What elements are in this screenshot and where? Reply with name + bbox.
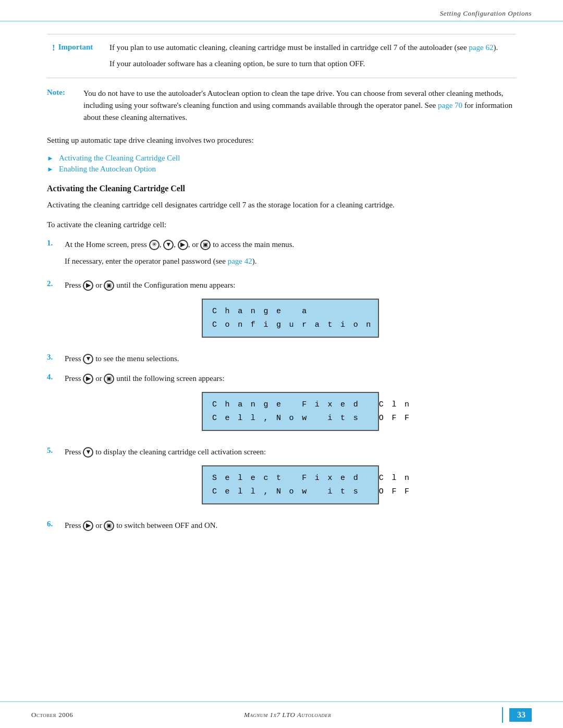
note-content: You do not have to use the autoloader's … [83, 88, 516, 124]
important-line-1: If you plan to use automatic cleaning, c… [109, 42, 516, 54]
note-label: Note: [47, 88, 83, 124]
step-1-sub: If necessary, enter the operator panel p… [65, 255, 516, 267]
icon-right-2: ▶ [83, 280, 93, 291]
footer-page-number: 33 [509, 708, 532, 722]
note-link[interactable]: page 70 [438, 101, 462, 109]
step-6: 6. Press ▶ or ▣ to switch between OFF an… [47, 519, 516, 532]
icon-enter-6: ▣ [104, 521, 114, 531]
icon-right-6: ▶ [83, 521, 93, 531]
step-5-content: Press ▼ to display the cleaning cartridg… [65, 446, 516, 512]
icon-down-5: ▼ [83, 447, 93, 458]
step-5-number: 5. [47, 446, 57, 455]
lcd-row-2-2: C e l l , N o w i t s O F F [212, 412, 369, 425]
bullet-arrow-2: ► [47, 165, 54, 174]
step-3-number: 3. [47, 352, 57, 362]
important-content: If you plan to use automatic cleaning, c… [109, 42, 516, 70]
section-desc: Activating the cleaning cartridge cell d… [47, 199, 516, 211]
important-line-2: If your autoloader software has a cleani… [109, 58, 516, 70]
bullet-list: ► Activating the Cleaning Cartridge Cell… [47, 154, 516, 174]
steps-list: 1. At the Home screen, press ✳, ▼, ▶, or… [47, 238, 516, 532]
lcd-display-2: C h a n g e F i x e d C l n C e l l , N … [202, 392, 379, 431]
lcd-display-3: S e l e c t F i x e d C l n C e l l , N … [202, 465, 379, 504]
step-6-content: Press ▶ or ▣ to switch between OFF and O… [65, 519, 516, 532]
important-box: ! Important If you plan to use automatic… [47, 34, 516, 78]
step-3-content: Press ▼ to see the menu selections. [65, 352, 516, 365]
main-content: ! Important If you plan to use automatic… [0, 21, 563, 581]
step-2: 2. Press ▶ or ▣ until the Configuration … [47, 279, 516, 345]
note-box: Note: You do not have to use the autoloa… [47, 88, 516, 124]
footer-date: October 2006 [31, 711, 73, 719]
icon-right-1: ▶ [178, 240, 188, 250]
step-3: 3. Press ▼ to see the menu selections. [47, 352, 516, 365]
icon-enter-2: ▣ [104, 280, 114, 291]
lcd-display-1: C h a n g e a C o n f i g u r a t i o n [202, 299, 379, 338]
icon-enter-4: ▣ [104, 374, 114, 384]
step-6-number: 6. [47, 519, 57, 528]
header-title: Setting Configuration Options [440, 9, 532, 17]
section-heading: Activating the Cleaning Cartridge Cell [47, 184, 516, 193]
lcd-row-1-2: C o n f i g u r a t i o n [212, 318, 369, 332]
icon-right-4: ▶ [83, 374, 93, 384]
to-activate-text: To activate the cleaning cartridge cell: [47, 218, 516, 231]
icon-enter-1: ▣ [200, 240, 211, 250]
page-footer: October 2006 Magnum 1x7 LTO Autoloader 3… [0, 701, 563, 728]
bullet-link-2[interactable]: Enabling the Autoclean Option [59, 165, 156, 174]
lcd-row-3-2: C e l l , N o w i t s O F F [212, 485, 369, 499]
step-4-content: Press ▶ or ▣ until the following screen … [65, 372, 516, 438]
lcd-row-2-1: C h a n g e F i x e d C l n [212, 398, 369, 412]
important-bang: ! [52, 43, 55, 53]
footer-title: Magnum 1x7 LTO Autoloader [244, 711, 331, 719]
intro-text: Setting up automatic tape drive cleaning… [47, 134, 516, 146]
page: Setting Configuration Options ! Importan… [0, 0, 563, 728]
step-2-number: 2. [47, 279, 57, 288]
step-1-link[interactable]: page 42 [228, 257, 252, 265]
important-label-text: Important [58, 43, 93, 52]
icon-down-1: ▼ [163, 240, 174, 250]
footer-divider [502, 707, 503, 723]
important-label: ! Important [47, 42, 109, 70]
step-1-content: At the Home screen, press ✳, ▼, ▶, or ▣ … [65, 238, 516, 272]
bullet-arrow-1: ► [47, 154, 54, 163]
page-header: Setting Configuration Options [0, 0, 563, 21]
step-4: 4. Press ▶ or ▣ until the following scre… [47, 372, 516, 438]
icon-down-3: ▼ [83, 354, 93, 364]
step-1: 1. At the Home screen, press ✳, ▼, ▶, or… [47, 238, 516, 272]
step-2-content: Press ▶ or ▣ until the Configuration men… [65, 279, 516, 345]
lcd-row-3-1: S e l e c t F i x e d C l n [212, 472, 369, 485]
important-link[interactable]: page 62 [469, 43, 493, 52]
icon-star: ✳ [149, 240, 160, 250]
step-5: 5. Press ▼ to display the cleaning cartr… [47, 446, 516, 512]
bullet-item-1: ► Activating the Cleaning Cartridge Cell [47, 154, 516, 163]
lcd-row-1-1: C h a n g e a [212, 305, 369, 318]
bullet-link-1[interactable]: Activating the Cleaning Cartridge Cell [59, 154, 180, 163]
bullet-item-2: ► Enabling the Autoclean Option [47, 165, 516, 174]
step-4-number: 4. [47, 372, 57, 381]
step-1-number: 1. [47, 238, 57, 248]
footer-right: 33 [502, 707, 532, 723]
